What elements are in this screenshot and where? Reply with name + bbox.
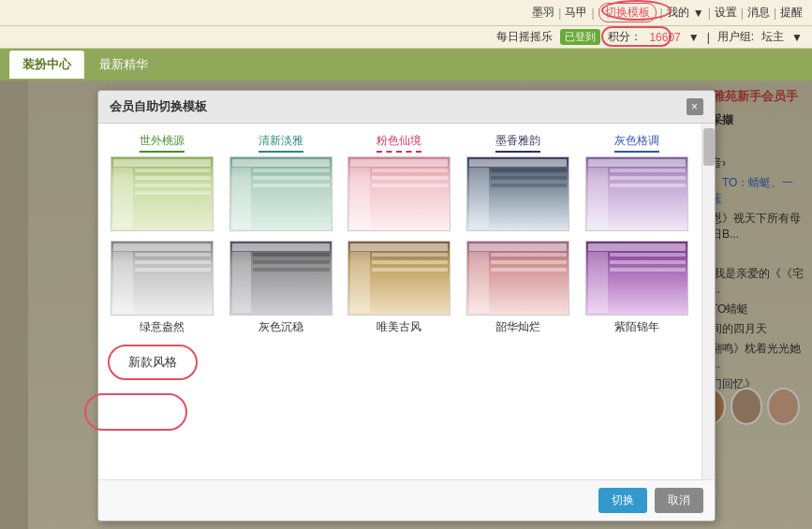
template-name-5: 绿意盎然 [140, 319, 185, 335]
page-content: 东鸥雅苑新手会员手 精华采撷 花庵 万籁音› 天际】TO：蜻蜓、一抹微蓝 念亲恩… [0, 81, 812, 529]
score-label: 积分： [608, 29, 642, 45]
modal-content-area: 世外桃源 [98, 124, 701, 479]
modal-close-button[interactable]: × [687, 98, 703, 115]
sep3: | [660, 7, 663, 20]
switch-confirm-button[interactable]: 切换 [598, 488, 647, 513]
template-item-4[interactable]: 灰色格调 [583, 133, 692, 231]
template-item-6[interactable]: 灰色沉稳 [226, 241, 335, 335]
template-name-6: 灰色沉稳 [258, 319, 303, 335]
switch-template-button[interactable]: 切换模板 [598, 3, 657, 22]
template-thumb-4 [585, 156, 688, 231]
template-thumb-8 [466, 241, 569, 316]
new-style-section: 新款风格 [108, 345, 692, 380]
new-style-button[interactable]: 新款风格 [108, 345, 198, 380]
modal-body: 世外桃源 [98, 124, 715, 479]
modal-scrollbar-thumb[interactable] [703, 128, 715, 166]
modal-scrollbar[interactable] [701, 124, 715, 479]
template-grid-row2: 绿意盎然 [108, 241, 692, 335]
nav-item-latest[interactable]: 最新精华 [86, 51, 161, 79]
sep1: | [558, 7, 561, 20]
settings-link[interactable]: 设置 [715, 5, 737, 21]
template-thumb-5 [111, 241, 214, 316]
template-thumb-6 [229, 241, 332, 316]
sep6: | [774, 7, 776, 20]
message-link[interactable]: 消息 [747, 5, 770, 21]
template-item-1[interactable]: 清新淡雅 [226, 133, 335, 231]
template-thumb-0 [111, 156, 214, 231]
sep2: | [591, 7, 594, 20]
template-name-4: 灰色格调 [614, 133, 659, 153]
sep5: | [741, 7, 744, 20]
template-name-8: 韶华灿烂 [495, 319, 540, 335]
modal-header: 会员自助切换模板 × [98, 91, 715, 124]
template-name-3: 墨香雅韵 [495, 133, 540, 153]
template-item-8[interactable]: 韶华灿烂 [464, 241, 573, 335]
template-thumb-7 [347, 241, 450, 316]
template-switch-modal: 会员自助切换模板 × 世外桃源 [97, 90, 716, 522]
top-bar-row2: 每日摇摇乐 已登到 积分： 16607▼ | 用户组: 坛主▼ [0, 26, 812, 49]
template-name-0: 世外桃源 [140, 133, 185, 153]
score-value: 16607 [649, 31, 680, 44]
template-name-9: 紫陌锦年 [614, 319, 659, 335]
logged-in-badge: 已登到 [560, 29, 600, 45]
user-group-label: 用户组: [717, 29, 754, 45]
template-thumb-9 [585, 241, 688, 316]
modal-title: 会员自助切换模板 [110, 98, 207, 115]
template-item-0[interactable]: 世外桃源 [108, 133, 217, 231]
template-name-1: 清新淡雅 [258, 133, 303, 153]
user-links: 墨羽 | 马甲 | 切换模板 | 我的▼ | 设置 | 消息 | 提醒 [532, 3, 803, 22]
sep4: | [708, 7, 711, 20]
template-thumb-1 [229, 156, 332, 231]
modal-footer: 切换 取消 [98, 479, 715, 521]
my-link[interactable]: 我的 [667, 5, 689, 21]
template-name-2: 粉色仙境 [376, 133, 421, 153]
template-thumb-2 [347, 156, 450, 231]
sep7: | [707, 31, 710, 44]
user-group-value: 坛主 [761, 29, 784, 45]
user2-link[interactable]: 马甲 [565, 5, 587, 21]
template-item-3[interactable]: 墨香雅韵 [464, 133, 573, 231]
nav-bar: 装扮中心 最新精华 [0, 49, 812, 81]
nav-item-dress[interactable]: 装扮中心 [9, 51, 84, 79]
template-item-9[interactable]: 紫陌锦年 [583, 241, 692, 335]
tips-link[interactable]: 提醒 [780, 5, 803, 21]
template-item-5[interactable]: 绿意盎然 [108, 241, 217, 335]
template-item-2[interactable]: 粉色仙境 [345, 133, 454, 231]
template-name-7: 唯美古风 [376, 319, 421, 335]
template-grid-row1: 世外桃源 [108, 133, 692, 231]
daily-label: 每日摇摇乐 [496, 29, 553, 45]
template-item-7[interactable]: 唯美古风 [345, 241, 454, 335]
top-bar-row1: 墨羽 | 马甲 | 切换模板 | 我的▼ | 设置 | 消息 | 提醒 [0, 0, 812, 26]
user1-link[interactable]: 墨羽 [532, 5, 554, 21]
cancel-button[interactable]: 取消 [655, 488, 703, 513]
template-thumb-3 [466, 156, 569, 231]
modal-overlay: 会员自助切换模板 × 世外桃源 [0, 81, 812, 529]
